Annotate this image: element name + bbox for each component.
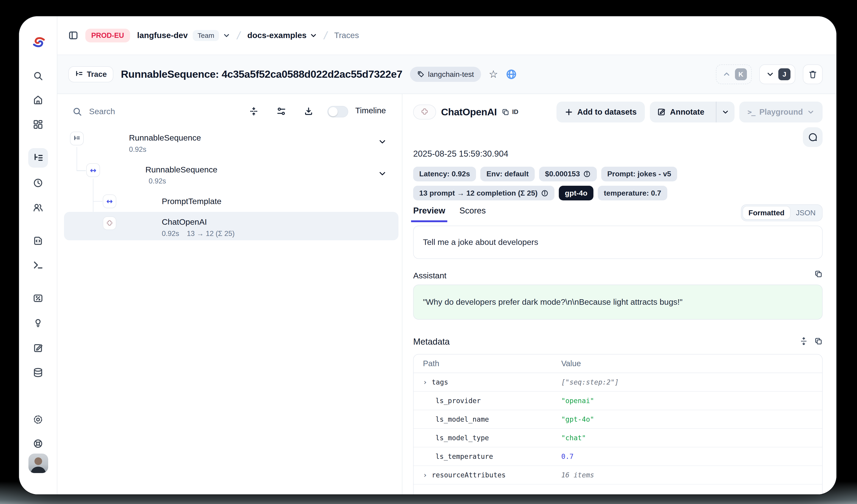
id-label: ID xyxy=(512,108,518,116)
chevron-down-icon xyxy=(767,70,774,78)
sidebar-home-icon[interactable] xyxy=(28,90,48,110)
sidebar-sessions-icon[interactable] xyxy=(28,173,48,193)
tab-scores[interactable]: Scores xyxy=(459,206,486,222)
annotate-button[interactable]: Annotate xyxy=(650,102,735,122)
observation-timestamp: 2025-08-25 15:59:30.904 xyxy=(413,149,508,159)
playground-button[interactable]: >_ Playground xyxy=(739,102,823,122)
sidebar-annotation-icon[interactable] xyxy=(28,338,48,358)
sidebar-settings-icon[interactable] xyxy=(28,410,48,430)
openai-node-icon xyxy=(103,216,117,230)
view-options-icon[interactable] xyxy=(276,107,286,116)
input-message-box: Tell me a joke about developers xyxy=(413,226,823,259)
badge-row-1: Latency: 0.92s Env: default $0.000153 Pr… xyxy=(413,167,677,181)
metadata-row-ls-provider: ls_provider "openai" xyxy=(414,392,822,410)
tree-search-row: Timeline xyxy=(57,101,402,122)
expand-row-icon[interactable]: › xyxy=(423,378,428,386)
sidebar-playground-icon[interactable] xyxy=(28,255,48,275)
collapse-chevron-icon[interactable] xyxy=(378,138,387,146)
span-node-icon: ↔ xyxy=(103,194,117,208)
search-icon xyxy=(72,107,82,117)
trace-tree-panel: Timeline RunnableSequence 0.92s ↔ Runnab… xyxy=(57,94,402,494)
info-icon[interactable] xyxy=(541,189,549,197)
prompt-badge[interactable]: Prompt: jokes - v5 xyxy=(601,167,677,181)
bookmark-star-icon[interactable]: ☆ xyxy=(489,69,498,79)
copy-metadata-icon[interactable] xyxy=(814,337,823,345)
format-option-formatted[interactable]: Formatted xyxy=(742,206,790,220)
org-chevron-down-icon[interactable] xyxy=(223,32,230,39)
assistant-message-text: "Why do developers prefer dark mode?\n\n… xyxy=(423,297,683,307)
trace-tag-chip[interactable]: langchain-test xyxy=(410,67,481,82)
input-message-text: Tell me a joke about developers xyxy=(423,238,538,247)
sidebar-support-icon[interactable] xyxy=(28,434,48,454)
expand-metadata-icon[interactable] xyxy=(800,337,808,345)
detail-tabs: Preview Scores xyxy=(413,206,486,222)
next-trace-button[interactable]: J xyxy=(759,65,795,84)
sidebar-tracing-icon[interactable] xyxy=(28,148,48,168)
trace-title: RunnableSequence: 4c35a5f52ca0588d022d2a… xyxy=(121,68,402,80)
search-input[interactable] xyxy=(89,104,242,119)
collapse-chevron-icon[interactable] xyxy=(378,170,387,178)
cost-badge: $0.000153 xyxy=(539,167,597,181)
breadcrumb-separator: / xyxy=(323,29,329,42)
observation-detail-panel: ChatOpenAI ID Add to datasets Annotate >… xyxy=(403,94,836,494)
collapse-all-icon[interactable] xyxy=(249,107,258,116)
add-to-datasets-button[interactable]: Add to datasets xyxy=(556,102,645,122)
sidebar-users-icon[interactable] xyxy=(28,198,48,218)
sidebar-search-icon[interactable] xyxy=(28,66,48,86)
tree-connector xyxy=(77,170,86,171)
app-window: PROD-EU langfuse-dev Team / docs-example… xyxy=(19,16,836,494)
sidebar-evaluations-icon[interactable] xyxy=(28,289,48,308)
pencil-square-icon xyxy=(657,107,666,116)
breadcrumb-project[interactable]: docs-examples xyxy=(247,31,317,40)
plus-icon xyxy=(565,108,573,116)
observation-header: ChatOpenAI ID Add to datasets Annotate >… xyxy=(413,102,823,122)
public-globe-icon[interactable] xyxy=(506,69,517,80)
tree-connector xyxy=(93,201,102,202)
comments-button[interactable] xyxy=(803,127,823,147)
shortcut-key-j: J xyxy=(778,68,790,80)
info-icon[interactable] xyxy=(583,170,591,178)
sidebar-llm-judge-icon[interactable] xyxy=(28,313,48,333)
metadata-row-ls-temperature: ls_temperature 0.7 xyxy=(414,447,822,466)
breadcrumb: PROD-EU langfuse-dev Team / docs-example… xyxy=(57,16,836,55)
user-avatar[interactable] xyxy=(29,454,48,473)
delete-trace-button[interactable] xyxy=(803,65,823,84)
sidebar-datasets-icon[interactable] xyxy=(28,363,48,382)
trace-tree-icon xyxy=(75,70,83,79)
sidebar-dashboard-icon[interactable] xyxy=(28,115,48,134)
chevron-down-icon xyxy=(722,108,729,116)
metadata-row-ls-model-name: ls_model_name "gpt-4o" xyxy=(414,410,822,429)
metadata-row-resource-attributes: ›resourceAttributes 16 items xyxy=(414,466,822,485)
tag-icon xyxy=(417,70,425,78)
expand-row-icon[interactable]: › xyxy=(423,471,428,479)
timeline-toggle[interactable] xyxy=(327,106,348,117)
copy-output-icon[interactable] xyxy=(814,270,823,278)
annotate-dropdown[interactable] xyxy=(716,102,735,122)
trace-node-icon xyxy=(70,132,84,145)
tree-connector xyxy=(77,147,77,171)
prev-trace-button[interactable]: K xyxy=(716,65,752,84)
copy-id-icon[interactable] xyxy=(502,108,509,116)
panel-toggle-icon[interactable] xyxy=(68,31,78,40)
langfuse-logo xyxy=(32,37,46,50)
env-badge: Env: default xyxy=(480,167,535,181)
sidebar-prompts-icon[interactable] xyxy=(28,230,48,250)
environment-badge[interactable]: PROD-EU xyxy=(85,29,130,42)
download-icon[interactable] xyxy=(304,107,313,116)
trace-type-badge: Trace xyxy=(68,66,113,83)
format-option-json[interactable]: JSON xyxy=(790,206,821,220)
tab-preview[interactable]: Preview xyxy=(413,206,445,222)
org-role-badge[interactable]: Team xyxy=(193,30,219,41)
breadcrumb-separator: / xyxy=(236,29,241,42)
metadata-table-header: Path Value xyxy=(414,354,822,373)
observation-title: ChatOpenAI xyxy=(441,106,497,118)
breadcrumb-page[interactable]: Traces xyxy=(334,31,359,40)
badge-row-2: 13 prompt → 12 completion (Σ 25) gpt-4o … xyxy=(413,186,667,201)
sidebar xyxy=(19,16,57,494)
chevron-up-icon xyxy=(723,70,730,78)
metadata-row-ls-model-type: ls_model_type "chat" xyxy=(414,429,822,447)
breadcrumb-org[interactable]: langfuse-dev xyxy=(137,31,188,40)
openai-model-icon xyxy=(413,105,436,119)
shortcut-key-k: K xyxy=(735,68,747,80)
metadata-row-tags: ›tags ["seq:step:2"] xyxy=(414,373,822,392)
